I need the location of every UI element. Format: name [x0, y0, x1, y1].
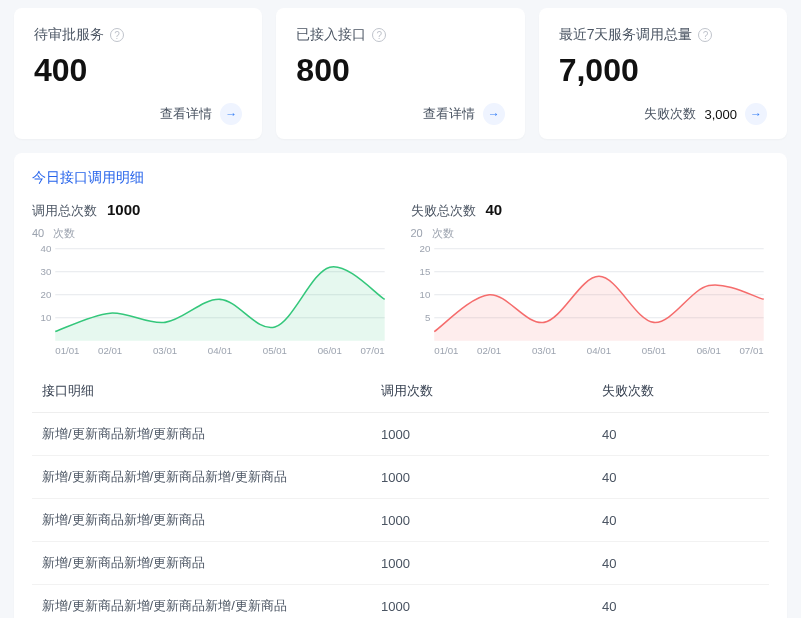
table-row: 新增/更新商品新增/更新商品100040 — [32, 413, 769, 456]
chart-value: 1000 — [107, 201, 140, 218]
table-row: 新增/更新商品新增/更新商品新增/更新商品100040 — [32, 456, 769, 499]
card-pending: 待审批服务 ? 400 查看详情 → — [14, 8, 262, 139]
table-row: 新增/更新商品新增/更新商品100040 — [32, 499, 769, 542]
help-icon[interactable]: ? — [110, 28, 124, 42]
card-title: 已接入接口 — [296, 26, 366, 44]
svg-text:40: 40 — [41, 245, 52, 254]
svg-text:10: 10 — [419, 289, 430, 300]
table-cell: 40 — [592, 413, 769, 456]
svg-text:10: 10 — [41, 312, 52, 323]
arrow-right-icon[interactable]: → — [220, 103, 242, 125]
svg-text:06/01: 06/01 — [318, 345, 342, 356]
table-cell: 新增/更新商品新增/更新商品 — [32, 499, 371, 542]
svg-text:02/01: 02/01 — [477, 345, 501, 356]
arrow-right-icon[interactable]: → — [483, 103, 505, 125]
svg-text:15: 15 — [419, 266, 430, 277]
card-7day-total: 最近7天服务调用总量 ? 7,000 失败次数 3,000 → — [539, 8, 787, 139]
card-value: 400 — [34, 52, 242, 89]
table-cell: 40 — [592, 499, 769, 542]
card-title: 待审批服务 — [34, 26, 104, 44]
chart-total-calls: 调用总次数 1000 40 次数 1020304001/0102/0103/01… — [32, 201, 391, 360]
table-cell: 1000 — [371, 542, 592, 585]
arrow-right-icon[interactable]: → — [745, 103, 767, 125]
help-icon[interactable]: ? — [372, 28, 386, 42]
fail-label: 失败次数 — [644, 105, 696, 123]
chart-ymax: 40 — [32, 227, 44, 239]
svg-text:03/01: 03/01 — [531, 345, 555, 356]
chart-unit: 次数 — [432, 227, 454, 239]
card-value: 7,000 — [559, 52, 767, 89]
chart-ymax: 20 — [411, 227, 423, 239]
svg-text:07/01: 07/01 — [360, 345, 384, 356]
table-cell: 1000 — [371, 499, 592, 542]
svg-text:5: 5 — [424, 312, 429, 323]
col-header: 调用次数 — [371, 370, 592, 413]
col-header: 接口明细 — [32, 370, 371, 413]
col-header: 失败次数 — [592, 370, 769, 413]
detail-panel: 今日接口调用明细 调用总次数 1000 40 次数 1020304001/010… — [14, 153, 787, 618]
svg-text:04/01: 04/01 — [208, 345, 232, 356]
svg-text:05/01: 05/01 — [263, 345, 287, 356]
svg-text:07/01: 07/01 — [739, 345, 763, 356]
svg-text:20: 20 — [419, 245, 430, 254]
card-link-label[interactable]: 查看详情 — [423, 105, 475, 123]
chart-total-fails: 失败总次数 40 20 次数 510152001/0102/0103/0104/… — [411, 201, 770, 360]
table-cell: 新增/更新商品新增/更新商品新增/更新商品 — [32, 456, 371, 499]
chart-label: 调用总次数 — [32, 202, 97, 220]
table-cell: 新增/更新商品新增/更新商品 — [32, 413, 371, 456]
table-cell: 1000 — [371, 456, 592, 499]
svg-text:03/01: 03/01 — [153, 345, 177, 356]
svg-text:05/01: 05/01 — [641, 345, 665, 356]
svg-text:06/01: 06/01 — [696, 345, 720, 356]
help-icon[interactable]: ? — [698, 28, 712, 42]
chart-value: 40 — [486, 201, 503, 218]
area-chart-fails: 510152001/0102/0103/0104/0105/0106/0107/… — [411, 245, 770, 360]
chart-unit: 次数 — [53, 227, 75, 239]
table-cell: 1000 — [371, 413, 592, 456]
svg-text:20: 20 — [41, 289, 52, 300]
chart-label: 失败总次数 — [411, 202, 476, 220]
table-cell: 新增/更新商品新增/更新商品 — [32, 542, 371, 585]
svg-text:01/01: 01/01 — [434, 345, 458, 356]
area-chart-calls: 1020304001/0102/0103/0104/0105/0106/0107… — [32, 245, 391, 360]
svg-text:04/01: 04/01 — [586, 345, 610, 356]
card-integrated: 已接入接口 ? 800 查看详情 → — [276, 8, 524, 139]
table-row: 新增/更新商品新增/更新商品新增/更新商品100040 — [32, 585, 769, 619]
card-title: 最近7天服务调用总量 — [559, 26, 693, 44]
fail-value: 3,000 — [704, 107, 737, 122]
svg-text:01/01: 01/01 — [55, 345, 79, 356]
table-row: 新增/更新商品新增/更新商品100040 — [32, 542, 769, 585]
table-cell: 40 — [592, 456, 769, 499]
svg-text:02/01: 02/01 — [98, 345, 122, 356]
detail-table: 接口明细调用次数失败次数 新增/更新商品新增/更新商品100040新增/更新商品… — [32, 370, 769, 618]
table-cell: 新增/更新商品新增/更新商品新增/更新商品 — [32, 585, 371, 619]
card-link-label[interactable]: 查看详情 — [160, 105, 212, 123]
table-cell: 1000 — [371, 585, 592, 619]
card-value: 800 — [296, 52, 504, 89]
table-cell: 40 — [592, 542, 769, 585]
svg-text:30: 30 — [41, 266, 52, 277]
table-cell: 40 — [592, 585, 769, 619]
panel-title: 今日接口调用明细 — [32, 169, 769, 187]
